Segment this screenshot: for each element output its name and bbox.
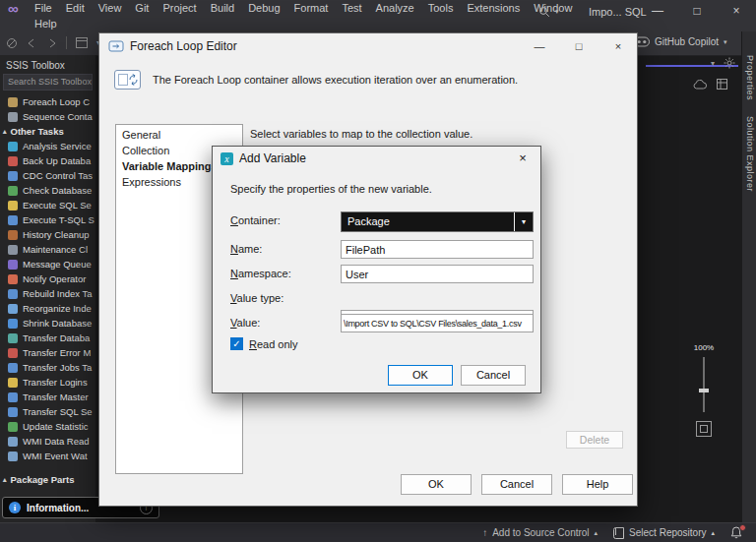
foreach-loop-large-icon	[113, 67, 143, 92]
nav-forward-icon[interactable]	[46, 38, 57, 48]
toolbox-item-transfer-sql-se[interactable]: Transfer SQL Se	[0, 404, 95, 419]
ssis-toolbox-search-input[interactable]: Search SSIS Toolbox	[3, 74, 93, 90]
delete-button[interactable]: Delete	[566, 431, 623, 449]
menu-item-git[interactable]: Git	[128, 0, 156, 17]
foreach-help-button[interactable]: Help	[562, 474, 633, 495]
value-input[interactable]	[341, 314, 534, 332]
foreach-dialog-description: The Foreach Loop container allows execut…	[153, 74, 518, 86]
zoom-slider-thumb[interactable]	[699, 389, 709, 392]
menu-item-extensions[interactable]: Extensions	[460, 0, 527, 17]
toolbox-item-label: Transfer Databa	[23, 332, 90, 343]
layout-grid-icon[interactable]	[717, 79, 727, 90]
toolbox-item-update-statistic[interactable]: Update Statistic	[0, 419, 95, 434]
toolbox-item-transfer-error-m[interactable]: Transfer Error M	[0, 345, 95, 360]
zoom-slider[interactable]	[703, 357, 705, 412]
menu-item-test[interactable]: Test	[335, 0, 368, 17]
toolbox-item-transfer-logins[interactable]: Transfer Logins	[0, 375, 95, 390]
foreach-dialog-titlebar[interactable]: Foreach Loop Editor — □ ×	[99, 33, 637, 59]
close-button[interactable]: ×	[717, 0, 756, 22]
toolbox-item-label: Notify Operator	[23, 273, 86, 284]
search-button[interactable]: ▾	[538, 6, 559, 18]
foreach-cancel-button[interactable]: Cancel	[481, 474, 552, 495]
circle-slash-icon[interactable]	[6, 37, 18, 49]
chevron-down-icon: ▾	[555, 8, 559, 16]
container-label: Container:	[230, 214, 281, 226]
toolbox-item-rebuild-index-ta[interactable]: Rebuild Index Ta	[0, 286, 95, 301]
menu-item-view[interactable]: View	[92, 0, 129, 17]
read-only-checkbox[interactable]: ✓	[230, 337, 243, 350]
toolbox-item-analysis-service[interactable]: Analysis Service	[0, 139, 95, 153]
tab-solution-explorer[interactable]: Solution Explorer	[745, 116, 755, 192]
toolbox-item-message-queue[interactable]: Message Queue	[0, 257, 95, 271]
menu-item-edit[interactable]: Edit	[59, 0, 92, 17]
toolbox-item-maintenance-cl[interactable]: Maintenance Cl	[0, 242, 95, 257]
toolbox-item-label: Message Queue	[23, 259, 92, 270]
add-to-source-control-button[interactable]: ↑ Add to Source Control ▴	[482, 527, 598, 538]
github-copilot-badge[interactable]: GitHub Copilot ▾	[634, 36, 727, 47]
foreach-ok-button[interactable]: OK	[401, 474, 472, 495]
chevron-down-icon[interactable]: ▾	[711, 59, 715, 68]
toolbox-item-transfer-master[interactable]: Transfer Master	[0, 390, 95, 404]
toolbox-item-execute-t-sql-s[interactable]: Execute T-SQL S	[0, 212, 95, 227]
toolbox-item-transfer-databa[interactable]: Transfer Databa	[0, 331, 95, 345]
triangle-up-icon: ▴	[3, 128, 7, 136]
toolbox-item-label: Rebuild Index Ta	[23, 288, 93, 299]
read-only-row: ✓ Read only	[230, 337, 298, 350]
add-variable-close-button[interactable]: ×	[507, 148, 538, 169]
dialog-maximize-button[interactable]: □	[562, 34, 596, 58]
toolbox-item-execute-sql-se[interactable]: Execute SQL Se	[0, 198, 95, 212]
add-variable-titlebar[interactable]: x Add Variable ×	[213, 147, 540, 170]
chevron-down-icon: ▾	[724, 38, 727, 46]
menu-item-help[interactable]: Help	[28, 16, 64, 32]
add-variable-ok-button[interactable]: OK	[388, 365, 453, 386]
toolbox-item-history-cleanup[interactable]: History Cleanup	[0, 227, 95, 242]
nav-back-icon[interactable]	[27, 38, 37, 48]
toolbox-item-back-up-databa[interactable]: Back Up Databa	[0, 153, 95, 168]
menu-item-project[interactable]: Project	[156, 0, 203, 17]
dialog-close-button[interactable]: ×	[601, 34, 635, 58]
toolbox-item-transfer-jobs-ta[interactable]: Transfer Jobs Ta	[0, 360, 95, 375]
window-titlebar[interactable]: ∞ FileEditViewGitProjectBuildDebugFormat…	[0, 0, 756, 31]
menu-item-file[interactable]: File	[28, 0, 59, 17]
namespace-input[interactable]	[341, 265, 534, 283]
zoom-fit-button[interactable]	[696, 421, 712, 437]
toolbox-item-sequence-conta[interactable]: Sequence Conta	[0, 109, 95, 124]
notifications-button[interactable]	[730, 526, 744, 540]
cloud-icon[interactable]	[693, 80, 707, 90]
back-up-database-task-icon	[8, 156, 18, 166]
menu-item-tools[interactable]: Tools	[421, 0, 461, 17]
transfer-sql-server-objects-task-icon	[8, 407, 18, 417]
nav-item-general[interactable]: General	[116, 127, 242, 143]
toolbox-item-reorganize-inde[interactable]: Reorganize Inde	[0, 301, 95, 316]
toolbox-item-shrink-database[interactable]: Shrink Database	[0, 316, 95, 331]
tab-properties[interactable]: Properties	[745, 55, 755, 100]
add-variable-cancel-button[interactable]: Cancel	[461, 365, 526, 386]
menu-item-format[interactable]: Format	[287, 0, 336, 17]
dialog-minimize-button[interactable]: —	[523, 34, 556, 58]
container-combobox[interactable]: Package ▾	[341, 211, 534, 232]
toolbox-section-other-tasks[interactable]: ▴Other Tasks	[0, 124, 95, 139]
menu-item-build[interactable]: Build	[204, 0, 241, 17]
toolbox-item-foreach-loop-c[interactable]: Foreach Loop C	[0, 94, 95, 109]
chevron-down-icon[interactable]: ▾	[514, 212, 533, 231]
toolbox-item-check-database[interactable]: Check Database	[0, 183, 95, 198]
menu-item-analyze[interactable]: Analyze	[369, 0, 421, 17]
menu-item-debug[interactable]: Debug	[241, 0, 286, 17]
maximize-button[interactable]: □	[677, 0, 717, 22]
toolbox-section-package-parts[interactable]: ▴Package Parts	[0, 472, 95, 487]
toolbox-item-notify-operator[interactable]: Notify Operator	[0, 271, 95, 286]
select-repository-button[interactable]: Select Repository ▴	[613, 527, 715, 539]
toolbox-item-wmi-data-read[interactable]: WMI Data Read	[0, 434, 95, 449]
foreach-loop-icon	[108, 39, 124, 53]
toolbox-item-cdc-control-tas[interactable]: CDC Control Tas	[0, 168, 95, 183]
update-statistics-task-icon	[8, 422, 18, 432]
window-layout-icon[interactable]	[76, 37, 88, 48]
name-input[interactable]	[341, 240, 534, 259]
toolbox-item-label: Maintenance Cl	[23, 244, 88, 255]
visual-studio-logo-icon: ∞	[8, 0, 19, 17]
gear-icon[interactable]	[724, 57, 735, 69]
minimize-button[interactable]: —	[638, 0, 677, 22]
toolbox-item-wmi-event-wat[interactable]: WMI Event Wat	[0, 449, 95, 463]
select-repository-label: Select Repository	[629, 527, 706, 538]
value-type-label: Value type:	[230, 292, 284, 304]
